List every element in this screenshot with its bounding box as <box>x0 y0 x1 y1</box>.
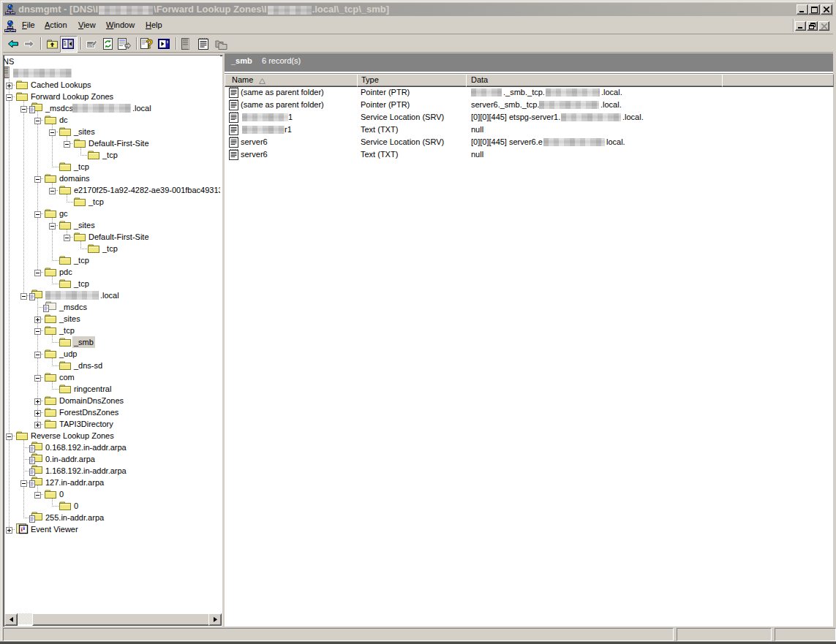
svg-text:?: ? <box>146 38 154 50</box>
